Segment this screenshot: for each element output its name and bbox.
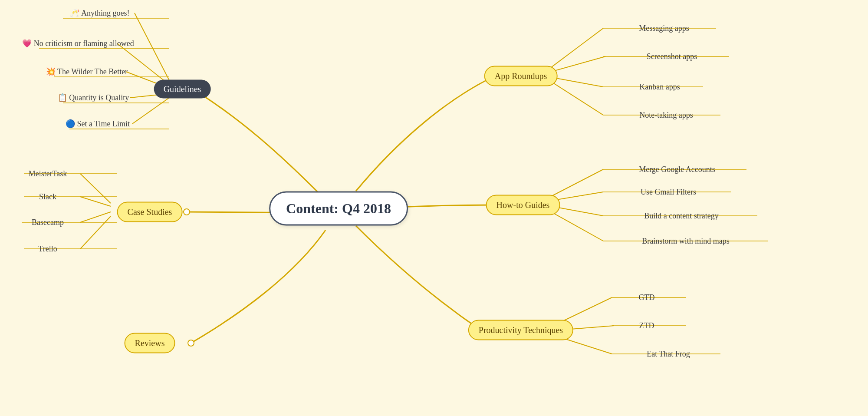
app-leaf-4: Note-taking apps bbox=[639, 111, 693, 120]
guideline-text-5: 🔵 bbox=[66, 119, 75, 128]
svg-line-19 bbox=[551, 82, 603, 115]
guideline-text-2b: No criticism or flaming allowed bbox=[34, 39, 134, 48]
guideline-text-4: 📋 bbox=[58, 93, 67, 102]
case-studies-node[interactable]: Case Studies bbox=[117, 202, 183, 222]
prod-leaf-2: ZTD bbox=[639, 321, 654, 330]
prod-leaf-3: Eat That Frog bbox=[647, 350, 690, 359]
reviews-node[interactable]: Reviews bbox=[125, 333, 175, 353]
central-label: Content: Q4 2018 bbox=[269, 191, 408, 226]
svg-line-39 bbox=[80, 197, 111, 206]
case-leaf-2: Slack bbox=[39, 192, 56, 201]
svg-line-17 bbox=[551, 56, 605, 72]
app-leaf-3: Kanban apps bbox=[639, 83, 680, 92]
svg-line-10 bbox=[132, 98, 169, 124]
guideline-text-1b: Anything goes! bbox=[81, 9, 130, 17]
guideline-text-3: 💥 bbox=[46, 67, 56, 76]
productivity-node[interactable]: Productivity Techniques bbox=[468, 320, 573, 340]
svg-line-6 bbox=[135, 13, 169, 80]
svg-line-40 bbox=[80, 212, 111, 222]
howto-leaf-3: Build a content strategy bbox=[644, 211, 718, 221]
case-leaf-1: MeisterTask bbox=[29, 169, 67, 178]
svg-line-7 bbox=[117, 43, 169, 85]
svg-point-4 bbox=[184, 209, 190, 215]
guideline-leaf-2: 💗 No criticism or flaming allowed bbox=[22, 39, 134, 48]
central-node: Content: Q4 2018 bbox=[269, 191, 408, 226]
prod-leaf-1: GTD bbox=[639, 293, 655, 302]
guideline-text-3b: The Wilder The Better bbox=[57, 67, 128, 76]
howto-leaf-2: Use Gmail Filters bbox=[641, 188, 696, 197]
svg-line-38 bbox=[80, 174, 111, 203]
app-roundups-node[interactable]: App Roundups bbox=[484, 66, 558, 86]
svg-line-18 bbox=[551, 77, 603, 87]
app-roundups-label: App Roundups bbox=[484, 66, 558, 86]
howto-leaf-1: Merge Google Accounts bbox=[639, 165, 715, 174]
svg-line-16 bbox=[551, 28, 603, 67]
howto-label: How-to Guides bbox=[486, 195, 560, 215]
svg-line-41 bbox=[80, 216, 111, 249]
svg-line-27 bbox=[551, 212, 603, 241]
productivity-label: Productivity Techniques bbox=[468, 320, 573, 340]
svg-point-5 bbox=[188, 340, 194, 346]
reviews-label: Reviews bbox=[125, 333, 175, 353]
guideline-text-5b: Set a Time Limit bbox=[77, 119, 130, 128]
guideline-leaf-1: 🥂 Anything goes! bbox=[70, 8, 129, 18]
guideline-leaf-5: 🔵 Set a Time Limit bbox=[66, 119, 130, 129]
app-leaf-2: Screenshot apps bbox=[647, 52, 697, 61]
guideline-leaf-4: 📋 Quantity is Quality bbox=[58, 93, 129, 102]
guideline-text-4b: Quantity is Quality bbox=[69, 93, 129, 102]
guidelines-node[interactable]: Guidelines bbox=[154, 80, 211, 99]
howto-node[interactable]: How-to Guides bbox=[486, 195, 560, 215]
case-studies-label: Case Studies bbox=[117, 202, 183, 222]
guideline-text-2: 💗 bbox=[22, 39, 32, 48]
svg-line-24 bbox=[551, 169, 603, 196]
guideline-leaf-3: 💥 The Wilder The Better bbox=[46, 67, 128, 76]
howto-leaf-4: Brainstorm with mind maps bbox=[642, 237, 730, 246]
case-leaf-3: Basecamp bbox=[32, 218, 64, 227]
app-leaf-1: Messaging apps bbox=[639, 24, 689, 33]
case-leaf-4: Trello bbox=[38, 244, 57, 254]
guideline-text-1: 🥂 bbox=[70, 9, 79, 17]
guidelines-label: Guidelines bbox=[154, 80, 211, 99]
